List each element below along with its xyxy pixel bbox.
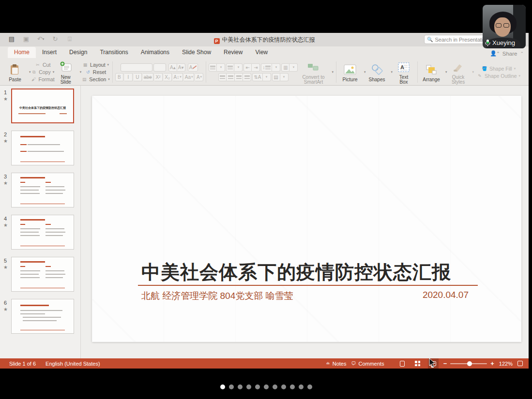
tab-design[interactable]: Design [63,47,93,58]
slide-subtitle[interactable]: 北航 经济管理学院 804党支部 喻雪莹 [141,290,293,302]
comments-button[interactable]: 🗩 Comments [351,361,384,367]
align-left-button[interactable] [218,73,227,81]
columns-caret[interactable]: ▾ [289,63,298,72]
notes-button[interactable]: ≐ Notes [326,361,346,367]
thumbnail-preview[interactable] [11,299,74,334]
share-button[interactable]: Share [502,51,517,57]
copy-button[interactable]: ⧉Copy ▾ [31,69,54,75]
thumbnail-preview[interactable] [11,131,74,165]
collapse-ribbon-icon[interactable]: ⌃ [520,51,524,56]
page-dot-11[interactable] [307,384,312,389]
convert-smartart-caret[interactable]: ▾ [332,70,334,74]
page-dot-8[interactable] [281,384,286,389]
fit-slide-button[interactable] [517,361,523,366]
layout-button[interactable]: ▦Layout ▾ [82,62,109,68]
line-spacing-button[interactable]: ↕ [261,63,272,72]
zoom-out-button[interactable]: − [443,360,447,367]
text-direction-button[interactable]: ⇅A [252,73,262,81]
page-dot-5[interactable] [255,384,260,389]
bullets-button[interactable] [209,63,217,72]
justify-button[interactable] [243,73,251,81]
clear-formatting-button[interactable]: A [188,63,198,72]
change-case-button[interactable]: Aa ▾ [184,73,195,81]
font-color-button[interactable]: A ▾ [195,73,203,81]
align-right-button[interactable] [235,73,243,81]
tab-animations[interactable]: Animations [135,47,176,58]
page-dot-10[interactable] [299,384,304,389]
font-size-select[interactable] [153,63,166,72]
slide-title[interactable]: 中美社会体系下的疫情防控状态汇报 [141,259,451,285]
page-dot-4[interactable] [246,384,251,389]
increase-font-button[interactable]: A▴ [168,63,177,72]
new-slide-button[interactable]: New Slide [55,60,77,85]
increase-indent-button[interactable]: ⇥ [252,63,260,72]
cut-button[interactable]: ✂Cut [35,62,50,68]
underline-button[interactable]: U [134,73,142,81]
thumbnail-preview[interactable] [11,173,74,207]
thumbnail-preview[interactable] [11,257,74,292]
thumbnail-slide-5[interactable]: 5★ [0,257,80,293]
format-painter-button[interactable]: 🖌Format [31,76,55,83]
language-indicator[interactable]: English (United States) [46,361,100,367]
quick-styles-button[interactable]: Quick Styles [447,60,470,85]
font-name-select[interactable] [121,63,152,72]
thumbnail-preview[interactable] [11,215,74,250]
page-dot-7[interactable] [273,384,277,389]
character-spacing-button[interactable]: A↕ ▾ [173,73,183,81]
quick-styles-caret[interactable]: ▾ [472,70,474,74]
shape-fill-button[interactable]: 🪣Shape Fill ▾ [482,65,516,72]
convert-smartart-button[interactable]: Convert to SmartArt [298,60,329,85]
section-button[interactable]: ▤Section ▾ [81,76,110,83]
line-spacing-caret[interactable]: ▾ [272,63,280,72]
page-dot-3[interactable] [238,384,243,389]
shape-outline-button[interactable]: ✎Shape Outline ▾ [477,73,520,79]
thumbnail-slide-3[interactable]: 3★ [0,173,80,208]
italic-button[interactable]: I [124,73,133,81]
bullets-caret[interactable]: ▾ [217,63,225,72]
shapes-button[interactable]: Shapes [366,62,388,82]
tab-review[interactable]: Review [217,47,249,58]
strikethrough-button[interactable]: abe [143,73,153,81]
tab-view[interactable]: View [249,47,274,58]
thumbnail-slide-6[interactable]: 6★ [0,299,80,335]
numbering-button[interactable] [226,63,234,72]
thumbnail-preview[interactable]: 中美社会体系下的疫情防控状态汇报 [11,89,74,123]
screen-share-page-dots[interactable] [220,384,312,389]
normal-view-button[interactable] [397,358,408,369]
page-dot-6[interactable] [264,384,269,389]
superscript-button[interactable]: X² [154,73,163,81]
search-input[interactable]: 🔍 Search in Presentation [424,35,486,44]
tab-slide-show[interactable]: Slide Show [176,47,217,58]
slide-sorter-view-button[interactable] [412,358,423,369]
text-box-button[interactable]: A Text Box [393,60,415,85]
slide-date[interactable]: 2020.04.07 [423,290,469,302]
align-text-caret[interactable]: ▾ [280,73,289,81]
align-center-button[interactable] [227,73,235,81]
tab-insert[interactable]: Insert [36,47,63,58]
thumbnail-slide-4[interactable]: 4★ [0,215,80,251]
decrease-font-button[interactable]: A▾ [177,63,185,72]
page-dot-2[interactable] [229,384,234,389]
align-text-button[interactable]: ▤ [272,73,280,81]
thumbnail-slide-2[interactable]: 2★ [0,131,80,166]
subscript-button[interactable]: X₂ [164,73,172,81]
decrease-indent-button[interactable]: ⇤ [243,63,252,72]
reset-button[interactable]: ↺Reset [85,69,106,75]
bold-button[interactable]: B [115,73,123,81]
paste-button[interactable]: Paste [4,62,26,82]
thumbnail-slide-1[interactable]: 1★中美社会体系下的疫情防控状态汇报 [0,89,80,124]
tab-transitions[interactable]: Transitions [93,47,134,58]
tab-home[interactable]: Home [8,47,36,58]
arrange-button[interactable]: Arrange [420,62,442,82]
zoom-level[interactable]: 122% [499,361,513,367]
page-dot-9[interactable] [290,384,295,389]
numbering-caret[interactable]: ▾ [234,63,243,72]
picture-button[interactable]: Picture [339,62,361,82]
zoom-slider[interactable] [450,363,487,364]
slide-1-editor[interactable]: 中美社会体系下的疫情防控状态汇报 北航 经济管理学院 804党支部 喻雪莹 20… [92,96,521,342]
columns-button[interactable]: ▥ [281,63,289,72]
zoom-in-button[interactable]: + [490,360,494,367]
zoom-slider-thumb[interactable] [467,361,472,366]
page-dot-1[interactable] [220,384,225,389]
text-direction-caret[interactable]: ▾ [263,73,271,81]
